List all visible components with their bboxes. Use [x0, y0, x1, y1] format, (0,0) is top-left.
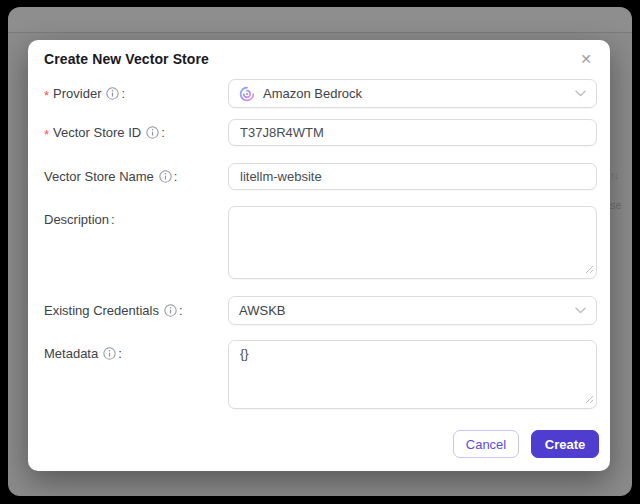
provider-label: * Provider :	[44, 86, 228, 102]
description-label-text: Description	[44, 212, 109, 227]
vector-store-name-row: Vector Store Name :	[44, 163, 597, 190]
metadata-label: Metadata :	[44, 340, 228, 361]
background-partial-text: se	[610, 199, 622, 211]
existing-credentials-selected-value: AWSKB	[239, 303, 285, 318]
info-icon[interactable]	[164, 304, 177, 317]
description-textarea[interactable]	[228, 206, 597, 279]
metadata-row: Metadata : {}	[44, 340, 597, 409]
metadata-textarea[interactable]: {}	[228, 340, 597, 409]
existing-credentials-select[interactable]: AWSKB	[228, 296, 597, 325]
provider-row: * Provider : Amazon Bedrock	[44, 80, 597, 107]
label-colon: :	[111, 212, 115, 227]
chevron-down-icon	[575, 90, 586, 97]
vector-store-id-label: * Vector Store ID :	[44, 125, 228, 141]
info-icon[interactable]	[106, 87, 119, 100]
vector-store-name-input[interactable]	[228, 163, 597, 190]
provider-selected-value: Amazon Bedrock	[263, 86, 362, 101]
existing-credentials-label: Existing Credentials :	[44, 303, 228, 318]
vector-store-name-label-text: Vector Store Name	[44, 169, 154, 184]
existing-credentials-row: Existing Credentials : AWSKB	[44, 297, 597, 324]
background-sort-icon: ↑↓	[610, 170, 618, 181]
vector-store-id-row: * Vector Store ID :	[44, 119, 597, 146]
label-colon: :	[118, 346, 122, 361]
backdrop-header-divider	[8, 32, 632, 33]
cancel-button[interactable]: Cancel	[453, 430, 519, 458]
resize-handle-icon[interactable]	[585, 395, 594, 404]
close-icon[interactable]: ✕	[575, 48, 597, 70]
label-colon: :	[121, 86, 125, 101]
label-colon: :	[161, 125, 165, 140]
chevron-down-icon	[575, 307, 586, 314]
required-marker: *	[44, 86, 49, 102]
label-colon: :	[174, 169, 178, 184]
amazon-bedrock-icon	[239, 86, 255, 102]
modal-title: Create New Vector Store	[44, 51, 209, 67]
metadata-label-text: Metadata	[44, 346, 98, 361]
create-vector-store-modal: Create New Vector Store ✕ * Provider : A…	[28, 40, 610, 471]
provider-select[interactable]: Amazon Bedrock	[228, 79, 597, 108]
create-button[interactable]: Create	[531, 430, 599, 458]
backdrop-header-strip	[8, 7, 632, 32]
required-marker: *	[44, 125, 49, 141]
provider-label-text: Provider	[53, 86, 101, 101]
info-icon[interactable]	[103, 347, 116, 360]
vector-store-name-label: Vector Store Name :	[44, 169, 228, 184]
info-icon[interactable]	[146, 126, 159, 139]
vector-store-id-label-text: Vector Store ID	[53, 125, 141, 140]
info-icon[interactable]	[159, 170, 172, 183]
vector-store-id-input[interactable]	[228, 119, 597, 146]
description-row: Description :	[44, 206, 597, 279]
modal-footer: Cancel Create	[453, 430, 599, 458]
resize-handle-icon[interactable]	[585, 265, 594, 274]
label-colon: :	[179, 303, 183, 318]
description-label: Description :	[44, 206, 228, 227]
existing-credentials-label-text: Existing Credentials	[44, 303, 159, 318]
